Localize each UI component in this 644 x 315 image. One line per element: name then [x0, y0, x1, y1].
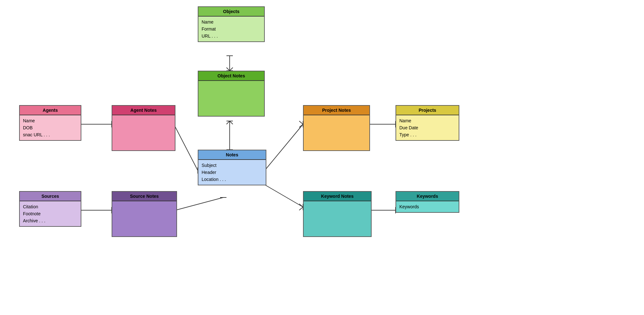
- notes-title: Notes: [198, 150, 266, 160]
- sources-entity: Sources Citation Footnote Archive . . .: [19, 191, 81, 227]
- keywordnotes-title: Keyword Notes: [304, 192, 371, 201]
- agentnotes-entity: Agent Notes: [112, 105, 175, 151]
- agentnotes-body: [112, 115, 175, 150]
- svg-line-22: [299, 121, 303, 124]
- svg-line-20: [265, 124, 303, 170]
- agents-field-1: Name: [23, 117, 78, 124]
- sources-field-2: Footnote: [23, 210, 78, 217]
- svg-line-6: [226, 121, 230, 124]
- objects-field-2: Format: [202, 25, 261, 32]
- sources-field-1: Citation: [23, 203, 78, 210]
- keywords-entity: Keywords Keywords: [396, 191, 459, 213]
- svg-line-40: [265, 185, 303, 207]
- projectnotes-body: [304, 115, 369, 150]
- objectnotes-body: [198, 81, 264, 116]
- objectnotes-title: Object Notes: [198, 71, 264, 81]
- objects-entity: Objects Name Format URL . . .: [198, 6, 265, 42]
- objects-field-1: Name: [202, 18, 261, 25]
- projects-field-2: Due Date: [399, 124, 455, 131]
- svg-line-2: [226, 68, 230, 71]
- objects-field-3: URL . . .: [202, 32, 261, 39]
- notes-body: Subject Header Location . . .: [198, 160, 266, 185]
- notes-field-1: Subject: [202, 162, 263, 169]
- projectnotes-title: Project Notes: [304, 106, 369, 115]
- diagram-container: Objects Name Format URL . . . Object Not…: [0, 0, 644, 315]
- notes-entity: Notes Subject Header Location . . .: [198, 150, 266, 185]
- projects-entity: Projects Name Due Date Type . . .: [396, 105, 459, 141]
- keywordnotes-entity: Keyword Notes: [303, 191, 372, 237]
- agents-entity: Agents Name DOB snac URL . . .: [19, 105, 81, 141]
- agents-body: Name DOB snac URL . . .: [20, 115, 81, 140]
- svg-line-41: [299, 204, 303, 207]
- svg-line-23: [299, 124, 303, 127]
- keywordnotes-body: [304, 201, 371, 236]
- sourcenotes-body: [112, 201, 176, 236]
- agents-title: Agents: [20, 106, 81, 115]
- sourcenotes-title: Source Notes: [112, 192, 176, 201]
- connectors-svg: [0, 0, 644, 315]
- notes-field-3: Location . . .: [202, 176, 263, 183]
- sourcenotes-entity: Source Notes: [112, 191, 177, 237]
- keywords-body: Keywords: [396, 201, 459, 212]
- sources-body: Citation Footnote Archive . . .: [20, 201, 81, 226]
- objects-title: Objects: [198, 7, 264, 17]
- svg-line-15: [174, 124, 198, 170]
- projects-field-3: Type . . .: [399, 131, 455, 138]
- keywords-title: Keywords: [396, 192, 459, 201]
- projects-field-1: Name: [399, 117, 455, 124]
- svg-line-42: [299, 207, 303, 210]
- svg-line-7: [230, 121, 233, 124]
- svg-line-35: [175, 197, 223, 210]
- sources-title: Sources: [20, 192, 81, 201]
- objects-body: Name Format URL . . .: [198, 17, 264, 41]
- projectnotes-entity: Project Notes: [303, 105, 370, 151]
- objectnotes-entity: Object Notes: [198, 71, 265, 117]
- notes-field-2: Header: [202, 169, 263, 176]
- svg-line-3: [230, 68, 233, 71]
- agents-field-2: DOB: [23, 124, 78, 131]
- agentnotes-title: Agent Notes: [112, 106, 175, 115]
- projects-body: Name Due Date Type . . .: [396, 115, 459, 140]
- projects-title: Projects: [396, 106, 459, 115]
- sources-field-3: Archive . . .: [23, 217, 78, 224]
- keywords-field-1: Keywords: [399, 203, 455, 210]
- agents-field-3: snac URL . . .: [23, 131, 78, 138]
